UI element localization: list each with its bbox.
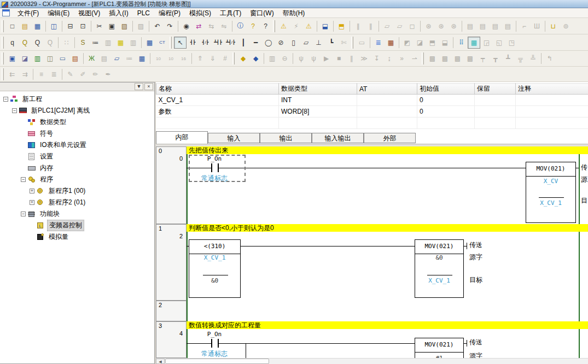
show-rung-tree-icon[interactable]: ▥: [127, 37, 139, 49]
table-cell[interactable]: X_CV_1: [156, 95, 279, 106]
table-cell[interactable]: [516, 118, 588, 129]
zoom-in-icon[interactable]: Q: [19, 37, 31, 49]
tbar-1-icon[interactable]: ┯: [476, 52, 489, 64]
plc-clock-icon[interactable]: ▤: [98, 52, 110, 64]
section-doc-icon[interactable]: ▱: [110, 52, 123, 64]
menu-h[interactable]: 帮助(H): [278, 9, 310, 17]
fb-definition-icon[interactable]: ▦: [385, 37, 397, 49]
redo-icon[interactable]: ↷: [164, 20, 176, 32]
menu-v[interactable]: 视图(V): [74, 9, 104, 17]
address-tool-icon[interactable]: ⠿: [455, 37, 468, 49]
table-cell[interactable]: [357, 106, 417, 118]
tree-panel-dropdown-button[interactable]: ▼: [135, 83, 143, 90]
instruction-box[interactable]: MOV(021)#1: [415, 338, 464, 358]
monitor-data-2-icon[interactable]: ▤: [476, 20, 489, 32]
toolbar-grip[interactable]: [170, 37, 172, 49]
context-help-icon[interactable]: ?: [259, 20, 272, 32]
fb-in-param-icon[interactable]: ◩: [401, 37, 414, 49]
tab-外部[interactable]: 外部: [364, 133, 416, 143]
network-4-icon[interactable]: ▩: [464, 52, 476, 64]
sim-step-out-icon[interactable]: ↨: [383, 52, 395, 64]
plc-memory-icon[interactable]: ▥: [266, 52, 278, 64]
new-closed-contact-icon[interactable]: ┫/┣: [199, 37, 212, 49]
tree-item-program-1[interactable]: +新程序1 (00): [0, 185, 154, 197]
debug-pause-hand-icon[interactable]: ψ: [295, 52, 307, 64]
save-settings-icon[interactable]: ◆: [249, 52, 262, 64]
rung-number-cell[interactable]: 2: [156, 301, 187, 321]
fb-remove-param-icon[interactable]: ⬓: [439, 37, 451, 49]
tree-item-program-2[interactable]: +新程序2 (01): [0, 197, 154, 208]
open-file-icon[interactable]: ▤: [19, 20, 31, 32]
page-setup-icon[interactable]: ◫: [48, 20, 60, 32]
tree-item-data-types[interactable]: 数据类型: [0, 116, 154, 128]
new-or-contact-icon[interactable]: ┻┫┣: [212, 37, 224, 49]
table-cell[interactable]: WORD[8]: [279, 106, 357, 118]
delete-line-icon[interactable]: ┗: [325, 37, 337, 49]
menu-f[interactable]: 文件(F): [13, 9, 43, 17]
debug-resume-hand-icon[interactable]: ψ: [307, 52, 320, 64]
table-cell[interactable]: 0: [417, 106, 475, 118]
toolbar-grip[interactable]: [422, 52, 424, 64]
sim-stop-icon[interactable]: ■: [333, 52, 345, 64]
zoom-out-icon[interactable]: Q: [44, 37, 56, 49]
tree-panel-close-button[interactable]: ×: [144, 83, 153, 90]
pause-icon[interactable]: ∥: [364, 20, 377, 32]
column-header-注释[interactable]: 注释: [516, 84, 588, 95]
toolbar-grip[interactable]: [2, 20, 4, 32]
tree-item-memory[interactable]: 内存: [0, 162, 154, 174]
menu-plc[interactable]: PLC: [133, 9, 154, 17]
tbar-2-icon[interactable]: ┳: [489, 52, 502, 64]
sim-run-icon[interactable]: ▶: [320, 52, 333, 64]
window-docs-icon[interactable]: ▥: [31, 52, 44, 64]
compile-icon[interactable]: ⚠: [277, 20, 290, 32]
tree-expander-collapse[interactable]: −: [21, 212, 26, 216]
menu-t[interactable]: 工具(T): [216, 9, 246, 17]
comment-list-2-icon[interactable]: ≣: [48, 68, 60, 80]
compare-plc-icon[interactable]: ◻: [406, 20, 418, 32]
online-edit-begin-icon[interactable]: ⊛: [422, 20, 435, 32]
tree-item-io-table[interactable]: IO表和单元设置: [0, 139, 154, 151]
scroll-left-button[interactable]: ◀: [156, 359, 165, 364]
window-new-icon[interactable]: ▣: [6, 52, 19, 64]
select-mode-icon[interactable]: ↖: [174, 37, 187, 49]
online-edit-cancel-icon[interactable]: ⊛: [447, 20, 460, 32]
network-3-icon[interactable]: ▩: [451, 52, 464, 64]
column-header-初始值[interactable]: 初始值: [417, 84, 475, 95]
toolbar-grip[interactable]: [2, 37, 4, 49]
table-cell[interactable]: [475, 118, 516, 129]
transfer-to-plc-icon[interactable]: ⬓: [319, 20, 331, 32]
io-comment-icon[interactable]: ◲: [480, 37, 493, 49]
address-reference-icon[interactable]: ⇄: [193, 20, 205, 32]
find-replace-icon[interactable]: ⇆: [205, 20, 218, 32]
tab-输入[interactable]: 输入: [208, 133, 260, 143]
rung-number-cell[interactable]: 12: [156, 224, 187, 301]
pen-draw-icon[interactable]: ✐: [77, 68, 89, 80]
grid-icon[interactable]: ∷: [60, 37, 73, 49]
sim-to-break-icon[interactable]: ⇀: [408, 52, 421, 64]
print-preview-icon[interactable]: ⊡: [77, 20, 89, 32]
child-window-icon[interactable]: [2, 9, 10, 16]
sim-step-in-icon[interactable]: ↧: [370, 52, 383, 64]
new-vertical-icon[interactable]: ┃: [237, 37, 249, 49]
view-cross-reference-icon[interactable]: CT: [156, 37, 168, 49]
menu-p[interactable]: 编程(P): [154, 9, 185, 17]
comment-list-icon[interactable]: ≡: [35, 68, 48, 80]
network-2-icon[interactable]: ▩: [439, 52, 451, 64]
page-up-icon[interactable]: ⇑: [194, 52, 206, 64]
menu-w[interactable]: 窗口(W): [246, 9, 278, 17]
zoom-tiny-icon[interactable]: q: [6, 37, 19, 49]
show-comment-list-icon[interactable]: ≔: [89, 37, 102, 49]
help-icon[interactable]: ?: [247, 20, 259, 32]
sim-pause-icon[interactable]: ∥: [345, 52, 358, 64]
tree-item-settings[interactable]: 设置: [0, 151, 154, 162]
io-monitor-icon[interactable]: ◱: [493, 37, 505, 49]
show-rung-comments-icon[interactable]: ▦: [114, 37, 127, 49]
compile-partial-icon[interactable]: ⚡: [290, 20, 302, 32]
table-cell[interactable]: [279, 118, 357, 129]
cut-icon[interactable]: ✂: [93, 20, 106, 32]
tree-item-plc-node[interactable]: −新PLC1[CJ2M] 离线: [0, 105, 154, 116]
tab-输入输出[interactable]: 输入输出: [312, 133, 364, 143]
pause-monitor-icon[interactable]: ∥: [352, 20, 364, 32]
release-password-icon[interactable]: ⊚: [560, 20, 572, 32]
new-or-closed-contact-icon[interactable]: ┻┫/┣: [224, 37, 237, 49]
